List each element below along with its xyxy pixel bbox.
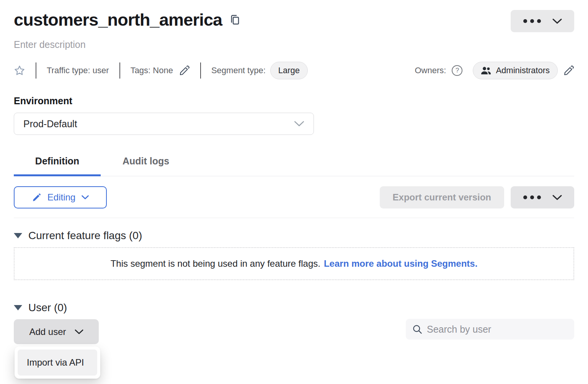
editing-mode-button[interactable]: Editing bbox=[14, 186, 107, 208]
owners-value: Administrators bbox=[496, 66, 550, 75]
tags-label: Tags: None bbox=[131, 66, 173, 75]
tab-bar: Definition Audit logs bbox=[14, 151, 574, 176]
feature-flags-empty-state: This segment is not being used in any fe… bbox=[14, 247, 574, 280]
user-search-box bbox=[406, 319, 574, 340]
user-section-header[interactable]: User (0) bbox=[14, 302, 574, 314]
traffic-type-label: Traffic type: user bbox=[47, 66, 109, 75]
learn-more-link[interactable]: Learn more about using Segments. bbox=[324, 258, 477, 269]
pencil-icon bbox=[564, 65, 574, 76]
chevron-down-icon bbox=[82, 195, 89, 200]
segment-type-label: Segment type: bbox=[211, 66, 266, 75]
user-section: User (0) Add user Import via API bbox=[14, 302, 574, 344]
owners-label: Owners: bbox=[415, 66, 446, 75]
owners-badge: Administrators bbox=[473, 62, 558, 79]
chevron-down-icon bbox=[552, 18, 562, 24]
description-placeholder[interactable]: Enter description bbox=[14, 39, 574, 50]
favorite-star-button[interactable] bbox=[14, 65, 25, 76]
environment-selected-value: Prod-Default bbox=[23, 118, 77, 130]
divider bbox=[36, 62, 36, 79]
people-icon bbox=[481, 66, 491, 75]
copy-name-button[interactable] bbox=[230, 14, 240, 26]
edit-owners-button[interactable] bbox=[564, 65, 574, 76]
collapse-triangle-icon bbox=[14, 305, 22, 310]
chevron-down-icon bbox=[552, 195, 562, 200]
segment-detail-page: customers_north_america Enter descriptio… bbox=[0, 0, 588, 344]
chevron-down-icon bbox=[75, 329, 83, 335]
add-user-dropdown-menu: Import via API bbox=[15, 346, 100, 379]
edit-tags-button[interactable] bbox=[179, 65, 190, 76]
version-actions-menu-button[interactable] bbox=[511, 186, 574, 208]
page-title: customers_north_america bbox=[14, 10, 222, 30]
ellipsis-icon bbox=[523, 195, 541, 199]
tab-definition[interactable]: Definition bbox=[14, 151, 101, 176]
meta-row: Traffic type: user Tags: None Segment ty… bbox=[14, 62, 574, 79]
feature-flags-title: Current feature flags (0) bbox=[28, 230, 142, 242]
chevron-down-icon bbox=[294, 121, 304, 127]
tab-audit-logs[interactable]: Audit logs bbox=[122, 151, 169, 176]
feature-flags-header[interactable]: Current feature flags (0) bbox=[14, 230, 574, 242]
add-user-button[interactable]: Add user bbox=[14, 319, 99, 344]
segment-actions-menu-button[interactable] bbox=[511, 10, 574, 32]
environment-section: Environment Prod-Default bbox=[14, 95, 574, 135]
definition-toolbar: Editing Export current version bbox=[14, 186, 574, 208]
divider bbox=[119, 62, 120, 79]
empty-state-text: This segment is not being used in any fe… bbox=[111, 258, 320, 269]
title-wrap: customers_north_america bbox=[14, 10, 240, 30]
search-icon bbox=[412, 324, 423, 335]
star-icon bbox=[14, 65, 25, 76]
help-icon[interactable]: ? bbox=[452, 65, 462, 76]
environment-label: Environment bbox=[14, 95, 574, 107]
owners-group: Owners: ? Administrators bbox=[415, 62, 574, 79]
search-by-user-input[interactable] bbox=[427, 324, 568, 335]
segment-type-badge: Large bbox=[270, 62, 308, 79]
editing-label: Editing bbox=[47, 192, 75, 203]
feature-flags-section: Current feature flags (0) This segment i… bbox=[14, 230, 574, 280]
meta-left: Traffic type: user Tags: None Segment ty… bbox=[14, 62, 415, 79]
menu-item-import-via-api[interactable]: Import via API bbox=[18, 350, 97, 376]
copy-icon bbox=[230, 14, 240, 26]
pencil-filled-icon bbox=[32, 193, 41, 202]
add-user-label: Add user bbox=[29, 327, 66, 337]
collapse-triangle-icon bbox=[14, 233, 22, 238]
pencil-icon bbox=[179, 65, 190, 76]
user-section-title: User (0) bbox=[28, 302, 67, 314]
environment-select[interactable]: Prod-Default bbox=[14, 113, 314, 135]
header: customers_north_america bbox=[14, 10, 574, 32]
toolbar-right: Export current version bbox=[380, 186, 574, 208]
export-current-version-button[interactable]: Export current version bbox=[380, 186, 504, 208]
add-user-wrap: Add user Import via API bbox=[14, 319, 99, 344]
section-divider bbox=[14, 218, 574, 218]
divider bbox=[200, 62, 201, 79]
ellipsis-icon bbox=[523, 19, 541, 23]
